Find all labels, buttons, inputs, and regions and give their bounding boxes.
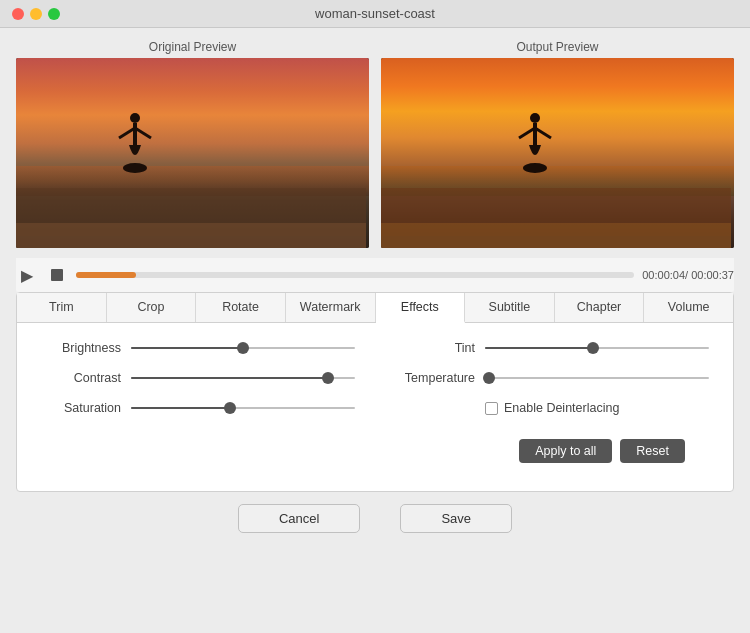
svg-point-15: [523, 163, 547, 173]
contrast-fill: [131, 377, 328, 379]
total-time: 00:00:37: [691, 269, 734, 281]
deinterlace-row: Enable Deinterlacing: [485, 401, 709, 415]
tab-chapter[interactable]: Chapter: [555, 293, 645, 322]
brightness-fill: [131, 347, 243, 349]
tint-thumb[interactable]: [587, 342, 599, 354]
tint-label: Tint: [395, 341, 475, 355]
effects-content: Brightness Contrast: [17, 323, 733, 491]
effects-col-left: Brightness Contrast: [41, 341, 355, 431]
svg-rect-2: [16, 236, 366, 248]
play-button[interactable]: ▶: [16, 264, 38, 286]
tab-watermark[interactable]: Watermark: [286, 293, 376, 322]
deinterlace-checkbox[interactable]: [485, 402, 498, 415]
original-preview-video: [16, 58, 369, 248]
playback-bar: ▶ 00:00:04/ 00:00:37: [16, 258, 734, 292]
saturation-label: Saturation: [41, 401, 121, 415]
window-controls: [12, 8, 60, 20]
output-figure: [515, 110, 555, 190]
brightness-label: Brightness: [41, 341, 121, 355]
output-scene: [381, 58, 734, 248]
current-time: 00:00:04: [642, 269, 685, 281]
maximize-button[interactable]: [48, 8, 60, 20]
svg-line-14: [535, 128, 551, 138]
svg-line-6: [135, 128, 151, 138]
tab-volume[interactable]: Volume: [644, 293, 733, 322]
cancel-button[interactable]: Cancel: [238, 504, 360, 533]
output-preview-pane: Output Preview: [381, 40, 734, 248]
contrast-label: Contrast: [41, 371, 121, 385]
saturation-fill: [131, 407, 230, 409]
svg-point-7: [123, 163, 147, 173]
svg-rect-4: [133, 123, 137, 145]
original-preview-label: Original Preview: [16, 40, 369, 54]
action-buttons: Apply to all Reset: [41, 431, 709, 477]
tab-crop[interactable]: Crop: [107, 293, 197, 322]
svg-point-11: [530, 113, 540, 123]
brightness-row: Brightness: [41, 341, 355, 355]
svg-rect-10: [381, 236, 731, 248]
output-water: [381, 188, 731, 248]
footer-buttons: Cancel Save: [16, 504, 734, 549]
minimize-button[interactable]: [30, 8, 42, 20]
tab-rotate[interactable]: Rotate: [196, 293, 286, 322]
svg-point-3: [130, 113, 140, 123]
original-scene: [16, 58, 369, 248]
temperature-track[interactable]: [485, 377, 709, 379]
time-display: 00:00:04/ 00:00:37: [642, 269, 734, 281]
saturation-row: Saturation: [41, 401, 355, 415]
save-button[interactable]: Save: [400, 504, 512, 533]
stop-icon: [51, 269, 63, 281]
brightness-thumb[interactable]: [237, 342, 249, 354]
saturation-track[interactable]: [131, 407, 355, 409]
contrast-row: Contrast: [41, 371, 355, 385]
progress-track[interactable]: [76, 272, 634, 278]
tint-track[interactable]: [485, 347, 709, 349]
tab-trim[interactable]: Trim: [17, 293, 107, 322]
effects-col-right: Tint Temperature: [395, 341, 709, 431]
tab-subtitle[interactable]: Subtitle: [465, 293, 555, 322]
brightness-track[interactable]: [131, 347, 355, 349]
tab-effects[interactable]: Effects: [376, 293, 466, 323]
output-preview-label: Output Preview: [381, 40, 734, 54]
original-preview-pane: Original Preview: [16, 40, 369, 248]
output-preview-video: [381, 58, 734, 248]
close-button[interactable]: [12, 8, 24, 20]
svg-rect-12: [533, 123, 537, 145]
reset-button[interactable]: Reset: [620, 439, 685, 463]
tab-panel: Trim Crop Rotate Watermark Effects Subti…: [16, 292, 734, 492]
stop-button[interactable]: [46, 264, 68, 286]
temperature-row: Temperature: [395, 371, 709, 385]
tab-header: Trim Crop Rotate Watermark Effects Subti…: [17, 293, 733, 323]
original-figure: [115, 110, 155, 190]
temperature-thumb[interactable]: [483, 372, 495, 384]
progress-fill: [76, 272, 136, 278]
tint-fill: [485, 347, 593, 349]
apply-all-button[interactable]: Apply to all: [519, 439, 612, 463]
preview-row: Original Preview: [16, 40, 734, 248]
contrast-track[interactable]: [131, 377, 355, 379]
deinterlace-label: Enable Deinterlacing: [504, 401, 619, 415]
svg-line-13: [519, 128, 535, 138]
tint-row: Tint: [395, 341, 709, 355]
effects-grid: Brightness Contrast: [41, 341, 709, 431]
saturation-thumb[interactable]: [224, 402, 236, 414]
temperature-label: Temperature: [395, 371, 475, 385]
original-water: [16, 188, 366, 248]
window-title: woman-sunset-coast: [315, 6, 435, 21]
svg-line-5: [119, 128, 135, 138]
contrast-thumb[interactable]: [322, 372, 334, 384]
title-bar: woman-sunset-coast: [0, 0, 750, 28]
main-content: Original Preview: [0, 28, 750, 549]
